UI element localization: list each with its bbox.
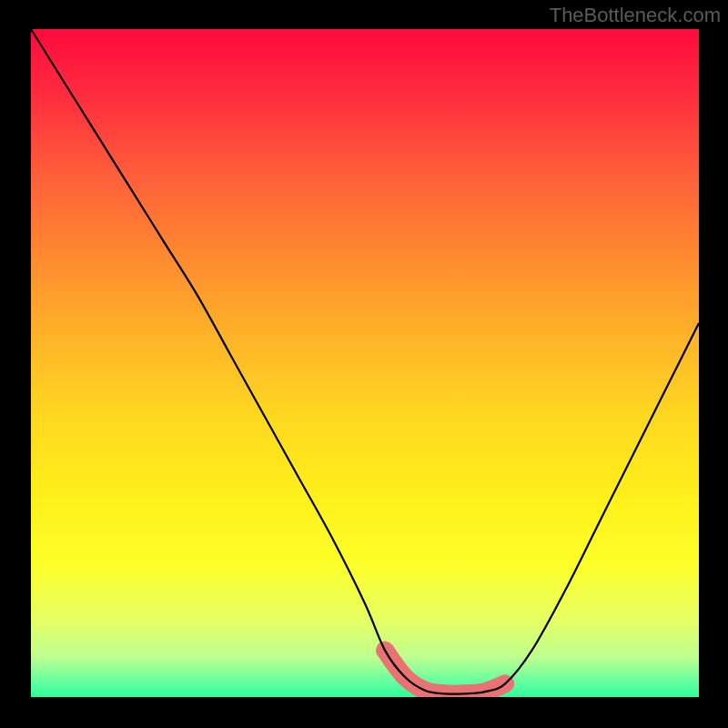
bottleneck-chart xyxy=(31,29,699,697)
highlight-band xyxy=(385,651,505,694)
plot-area xyxy=(31,29,699,697)
watermark-text: TheBottleneck.com xyxy=(550,4,721,27)
curve-line xyxy=(31,29,699,694)
